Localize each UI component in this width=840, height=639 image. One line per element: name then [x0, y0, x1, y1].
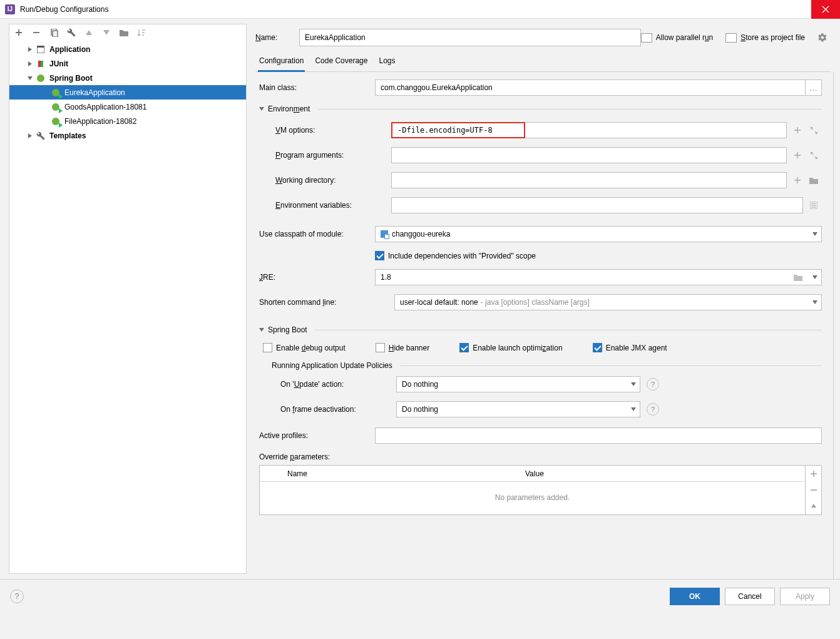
plus-icon[interactable] — [789, 172, 806, 188]
spring-run-icon — [51, 88, 61, 98]
configuration-form-scroll[interactable]: Main class: … Environment VM options: — [255, 72, 834, 579]
tree-label: GoodsApplication-18081 — [64, 103, 146, 111]
content: Name: Allow parallel run Store as projec… — [247, 19, 840, 579]
tree-item-junit[interactable]: JUnit — [9, 56, 246, 71]
up-icon[interactable] — [83, 27, 95, 38]
on-frame-deactivation-select[interactable]: Do nothing — [396, 401, 640, 417]
enable-launch-optimization-checkbox[interactable]: Enable launch optimization — [459, 343, 562, 352]
col-value-header: Value — [525, 469, 805, 478]
help-button[interactable]: ? — [10, 590, 24, 603]
apply-button[interactable]: Apply — [780, 588, 830, 605]
tabs: Configuration Code Coverage Logs — [255, 53, 831, 72]
active-profiles-input[interactable] — [375, 427, 822, 444]
close-button[interactable] — [811, 0, 840, 19]
spring-icon — [36, 73, 46, 83]
list-icon[interactable] — [806, 197, 822, 213]
plus-icon[interactable] — [789, 122, 806, 138]
svg-rect-3 — [37, 46, 44, 48]
sort-icon[interactable] — [136, 27, 147, 38]
environment-variables-label: Environment variables: — [275, 201, 391, 210]
jre-select[interactable]: 1.8 — [375, 269, 822, 285]
enable-jmx-agent-checkbox[interactable]: Enable JMX agent — [593, 343, 667, 352]
gear-icon[interactable] — [817, 33, 827, 43]
tree-item-templates[interactable]: Templates — [9, 128, 246, 143]
on-update-label: On 'Update' action: — [280, 380, 396, 389]
chevron-right-icon — [26, 47, 34, 52]
module-icon — [381, 230, 388, 238]
expand-icon[interactable] — [806, 122, 822, 138]
tree-label: Spring Boot — [49, 74, 93, 83]
store-as-project-file-checkbox[interactable]: Store as project file — [725, 33, 805, 43]
down-icon[interactable] — [101, 27, 112, 38]
add-icon[interactable] — [13, 27, 24, 38]
cancel-button[interactable]: Cancel — [725, 588, 775, 605]
classpath-module-select[interactable]: changgou-eureka — [375, 226, 822, 242]
chevron-right-icon — [26, 133, 34, 138]
enable-debug-output-checkbox[interactable]: Enable debug output — [263, 343, 346, 352]
help-icon[interactable]: ? — [647, 378, 659, 391]
vm-options-label: VM options: — [275, 126, 391, 135]
tab-configuration[interactable]: Configuration — [258, 53, 305, 72]
footer: ? OK Cancel Apply — [0, 579, 840, 613]
svg-rect-1 — [53, 31, 58, 37]
environment-section[interactable]: Environment — [259, 105, 822, 113]
environment-label: Environment — [268, 105, 310, 113]
main-class-input[interactable] — [375, 79, 806, 96]
browse-class-button[interactable]: … — [806, 79, 822, 96]
on-update-select[interactable]: Do nothing — [396, 376, 640, 392]
plus-icon[interactable] — [789, 147, 806, 163]
vm-options-input[interactable] — [391, 122, 525, 138]
tab-logs[interactable]: Logs — [377, 53, 396, 71]
sidebar-toolbar — [9, 24, 246, 41]
on-frame-deactivation-label: On frame deactivation: — [280, 405, 396, 414]
override-parameters-table: Name Value No parameters added. — [259, 465, 806, 515]
save-icon[interactable] — [66, 27, 77, 38]
up-icon[interactable] — [806, 498, 821, 514]
spring-boot-section[interactable]: Spring Boot — [259, 325, 822, 334]
main-class-label: Main class: — [259, 83, 375, 92]
application-icon — [36, 44, 46, 54]
ij-icon: IJ — [5, 4, 15, 14]
program-arguments-label: Program arguments: — [275, 151, 391, 160]
folder-icon[interactable] — [806, 172, 822, 188]
titlebar: IJ Run/Debug Configurations — [0, 0, 840, 19]
program-arguments-input[interactable] — [391, 147, 787, 163]
environment-variables-input[interactable] — [391, 197, 803, 213]
shorten-command-line-label: Shorten command line: — [259, 298, 394, 307]
copy-icon[interactable] — [48, 27, 59, 38]
sidebar: Application JUnit Spring Boot EurekaAppl… — [9, 24, 247, 574]
hide-banner-checkbox[interactable]: Hide banner — [376, 343, 429, 352]
ok-button[interactable]: OK — [670, 588, 720, 605]
minus-icon[interactable] — [806, 482, 821, 498]
tab-code-coverage[interactable]: Code Coverage — [314, 53, 369, 71]
vm-options-input-extension[interactable] — [525, 122, 787, 138]
working-directory-input[interactable] — [391, 172, 787, 188]
override-parameters-label: Override parameters: — [259, 452, 330, 461]
tree-item-application[interactable]: Application — [9, 42, 246, 56]
tree-item-spring-boot[interactable]: Spring Boot — [9, 71, 246, 85]
help-icon[interactable]: ? — [647, 403, 659, 416]
allow-parallel-run-checkbox[interactable]: Allow parallel run — [641, 33, 713, 43]
plus-icon[interactable] — [806, 466, 821, 482]
shorten-command-line-select[interactable]: user-local default: none - java [options… — [394, 294, 822, 310]
chevron-down-icon — [26, 76, 34, 81]
tree-item-file[interactable]: FileApplication-18082 — [9, 114, 246, 128]
tree-label: Application — [49, 45, 90, 54]
spring-run-icon — [51, 102, 61, 112]
active-profiles-label: Active profiles: — [259, 431, 375, 440]
jre-label: JRE: — [259, 273, 375, 282]
name-input[interactable] — [299, 29, 641, 46]
col-name-header: Name — [287, 469, 525, 478]
no-params-message: No parameters added. — [260, 482, 805, 513]
include-provided-checkbox[interactable]: Include dependencies with "Provided" sco… — [375, 251, 536, 260]
window-title: Run/Debug Configurations — [20, 5, 811, 14]
remove-icon[interactable] — [31, 27, 42, 38]
working-directory-label: Working directory: — [275, 176, 391, 185]
folder-icon[interactable] — [118, 27, 130, 38]
spring-run-icon — [51, 116, 61, 126]
tree-item-eureka[interactable]: EurekaApplication — [9, 85, 246, 100]
folder-icon[interactable] — [794, 273, 802, 281]
expand-icon[interactable] — [806, 147, 822, 163]
tree-item-goods[interactable]: GoodsApplication-18081 — [9, 100, 246, 114]
spring-boot-label: Spring Boot — [268, 325, 307, 334]
